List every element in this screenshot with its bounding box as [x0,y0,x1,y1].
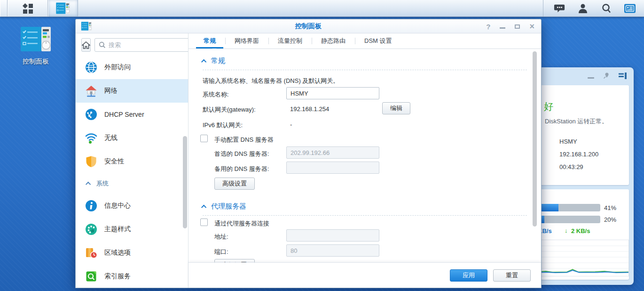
ipv6-gateway-label: IPv6 默认网关: [203,121,243,129]
tab-dsm-settings[interactable]: DSM 设置 [355,33,401,48]
user-menu-button[interactable] [577,3,589,14]
control-panel-icon [80,22,93,31]
tab-static-route[interactable]: 静态路由 [312,33,355,48]
sidebar-toolbar [76,33,188,56]
system-name-input[interactable] [286,87,379,99]
proxy-checkbox[interactable] [200,218,208,226]
pin-icon[interactable] [603,72,610,80]
collapse-icon [201,59,206,64]
widgets-button[interactable] [624,3,636,14]
proxy-address-input[interactable] [286,229,379,242]
manual-dns-label: 手动配置 DNS 服务器 [214,136,274,144]
sidebar-group-system[interactable]: 系统 [76,173,188,194]
app-grid-icon [22,3,33,14]
ip-address-value: 192.168.1.200 [559,151,598,158]
close-button[interactable]: × [529,22,534,31]
sidebar-item-info-center[interactable]: 信息中心 [76,194,188,218]
form-footer: 应用 重置 [188,262,541,288]
section-general-header[interactable]: 常规 [203,57,225,65]
sidebar-item-wireless[interactable]: 无线 [76,126,188,150]
window-body: 外部访问 网络 [76,33,541,288]
sidebar-item-external-access[interactable]: 外部访问 [76,56,188,79]
taskbar-control-panel-button[interactable] [48,0,78,16]
taskbar-edge-button[interactable] [0,0,8,16]
chat-bubble-icon [554,3,565,14]
desktop-shortcut-label: 控制面板 [13,57,58,66]
desktop-shortcut-control-panel[interactable]: 控制面板 [13,26,58,66]
home-button[interactable] [81,38,91,52]
tab-label: 静态路由 [321,37,346,44]
desktop: 控制面板 好 DiskStation 运转正常。 HSMY 192.168.1.… [0,0,644,291]
region-map-clock-icon [85,247,97,259]
edit-gateway-button[interactable]: 编辑 [382,102,410,114]
window-titlebar[interactable]: 控制面板 ? × [76,19,541,33]
proxy-port-label: 端口: [214,248,228,256]
index-search-icon [85,270,97,283]
system-name-label: 系统名称: [203,90,229,99]
section-proxy-header[interactable]: 代理服务器 [203,202,246,211]
tab-general[interactable]: 常规 [194,33,225,48]
cpu-percent-label: 41% [604,204,616,211]
manual-dns-checkbox[interactable] [200,135,208,142]
section-divider [203,70,527,70]
sidebar-item-label: 网络 [104,87,118,95]
globe-icon [85,61,97,73]
taskbar-spacer [78,0,543,16]
preferred-dns-label: 首选的 DNS 服务器: [214,150,269,158]
uptime-value: 00:43:29 [559,163,583,170]
tab-label: 流量控制 [278,37,302,44]
sidebar-scrollbar[interactable] [183,136,187,228]
search-icon [99,41,106,48]
help-button[interactable]: ? [486,23,490,30]
sidebar-item-theme[interactable]: 主题样式 [76,218,188,241]
network-home-icon [85,85,97,97]
apply-button[interactable]: 应用 [450,269,487,282]
sidebar-item-network[interactable]: 网络 [76,79,188,103]
tab-network-interface[interactable]: 网络界面 [225,33,268,48]
sidebar-item-label: 安全性 [104,157,124,166]
gateway-label: 默认网关(gateway): [203,105,256,114]
sidebar-item-security[interactable]: 安全性 [76,150,188,173]
sidebar-item-label: 外部访问 [104,63,131,72]
proxy-checkbox-label: 通过代理服务器连接 [214,219,269,228]
dhcp-icon [85,108,97,121]
sidebar-item-label: 无线 [104,134,118,142]
control-panel-icon [55,2,71,14]
tab-label: DSM 设置 [364,37,392,44]
form-intro-text: 请输入系统名称、域名服务器 (DNS) 及默认网关。 [203,77,339,85]
server-name-value: HSMY [559,138,577,145]
reset-button[interactable]: 重置 [493,269,531,282]
sidebar-search [94,38,188,52]
sidebar-item-dhcp-server[interactable]: DHCP Server [76,103,188,126]
section-title: 代理服务器 [211,202,246,211]
control-panel-icon [18,26,53,52]
sidebar-item-indexing-service[interactable]: 索引服务 [76,265,188,288]
gateway-value: 192.168.1.254 [290,105,329,113]
tab-bar: 常规 网络界面 流量控制 静态路由 DSM 设置 [188,33,541,49]
minimize-button[interactable] [500,27,505,29]
sidebar-item-label: 区域选项 [104,249,131,257]
tab-label: 常规 [204,37,216,44]
global-search-button[interactable] [601,3,612,14]
settings-form: 常规 请输入系统名称、域名服务器 (DNS) 及默认网关。 系统名称: 默认网关… [188,49,541,263]
content-scrollbar[interactable] [533,51,537,226]
preferred-dns-input[interactable] [286,146,379,159]
widget-layout-icon[interactable] [619,73,627,79]
alternate-dns-input[interactable] [286,162,379,174]
widget-minimize-icon[interactable] [588,77,594,79]
window-controls: ? × [486,19,534,33]
download-speed-label: 2 KB/s [571,227,590,234]
taskbar-tray [543,0,644,16]
main-menu-button[interactable] [8,0,48,16]
notifications-button[interactable] [554,3,565,14]
dns-advanced-button[interactable]: 高级设置 [214,178,255,190]
proxy-port-input[interactable] [286,244,379,257]
search-input[interactable] [109,41,188,48]
ipv6-gateway-value: - [290,121,292,128]
tab-label: 网络界面 [235,37,259,44]
tab-traffic-control[interactable]: 流量控制 [268,33,312,48]
content-pane: 常规 网络界面 流量控制 静态路由 DSM 设置 [188,33,541,288]
sidebar-item-regional-options[interactable]: 区域选项 [76,241,188,265]
palette-icon [85,223,97,235]
maximize-button[interactable] [515,24,520,29]
